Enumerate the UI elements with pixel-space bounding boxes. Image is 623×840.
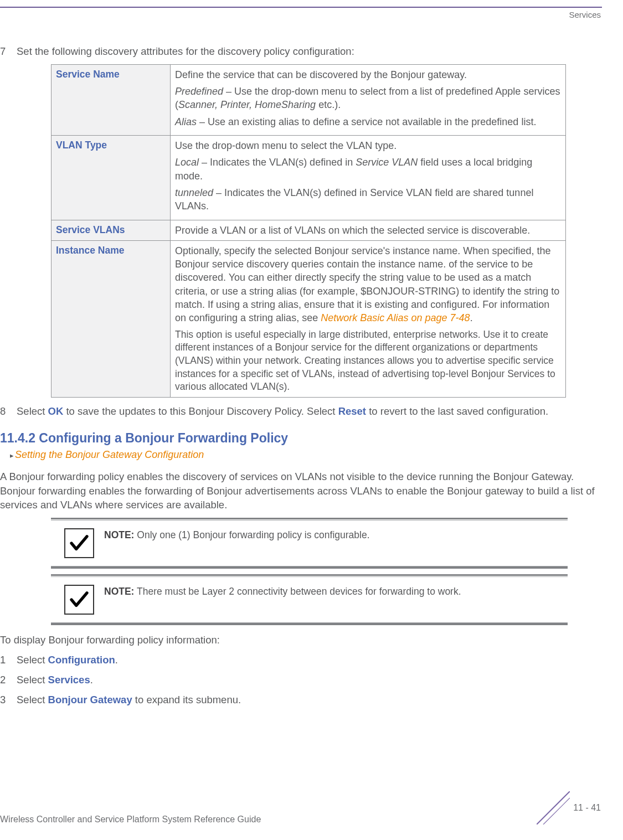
reset-ref: Reset bbox=[338, 405, 366, 417]
header-divider bbox=[0, 7, 602, 8]
desc-text: tunneled – Indicates the VLAN(s) defined… bbox=[175, 186, 561, 213]
step-number: 2 bbox=[0, 673, 17, 687]
footer-title: Wireless Controller and Service Platform… bbox=[0, 815, 261, 824]
desc-text: Alias – Use an existing alias to define … bbox=[175, 115, 561, 128]
check-icon bbox=[64, 528, 94, 558]
table-row: Service VLANs Provide a VLAN or a list o… bbox=[52, 220, 566, 240]
row-desc: Provide a VLAN or a list of VLANs on whi… bbox=[171, 220, 566, 240]
step-number: 3 bbox=[0, 693, 17, 707]
breadcrumb-link[interactable]: Setting the Bonjour Gateway Configuratio… bbox=[10, 449, 601, 461]
ok-ref: OK bbox=[48, 405, 64, 417]
step-8: 8 Select OK to save the updates to this … bbox=[0, 404, 601, 419]
table-row: VLAN Type Use the drop-down menu to sele… bbox=[52, 136, 566, 220]
row-label: Service VLANs bbox=[52, 220, 171, 240]
desc-text: Predefined – Use the drop-down menu to s… bbox=[175, 85, 561, 112]
cross-ref-link[interactable]: Network Basic Alias on page 7-48 bbox=[321, 312, 470, 323]
note-text: NOTE: There must be Layer 2 connectivity… bbox=[104, 585, 461, 597]
step-3: 3 Select Bonjour Gateway to expand its s… bbox=[0, 693, 601, 707]
step-text: Select OK to save the updates to this Bo… bbox=[17, 404, 601, 419]
table-row: Service Name Define the service that can… bbox=[52, 64, 566, 135]
note-box: NOTE: Only one (1) Bonjour forwarding po… bbox=[51, 518, 568, 569]
row-desc: Use the drop-down menu to select the VLA… bbox=[171, 136, 566, 220]
body-paragraph: A Bonjour forwarding policy enables the … bbox=[0, 470, 601, 513]
note-box: NOTE: There must be Layer 2 connectivity… bbox=[51, 574, 568, 625]
check-icon bbox=[64, 585, 94, 615]
body-paragraph: To display Bonjour forwarding policy inf… bbox=[0, 633, 601, 647]
page-footer: Wireless Controller and Service Platform… bbox=[0, 791, 601, 824]
row-desc: Optionally, specify the selected Bonjour… bbox=[171, 240, 566, 397]
table-row: Instance Name Optionally, specify the se… bbox=[52, 240, 566, 397]
step-text: Select Services. bbox=[17, 673, 601, 687]
step-text: Set the following discovery attributes f… bbox=[17, 44, 601, 59]
step-text: Select Configuration. bbox=[17, 653, 601, 667]
desc-text: Local – Indicates the VLAN(s) defined in… bbox=[175, 156, 561, 183]
desc-text: Use the drop-down menu to select the VLA… bbox=[175, 139, 561, 152]
corner-mark-icon bbox=[537, 791, 570, 824]
step-7: 7 Set the following discovery attributes… bbox=[0, 44, 601, 59]
step-text: Select Bonjour Gateway to expand its sub… bbox=[17, 693, 601, 707]
desc-text: This option is useful especially in larg… bbox=[175, 328, 561, 394]
desc-text: Define the service that can be discovere… bbox=[175, 68, 561, 81]
step-2: 2 Select Services. bbox=[0, 673, 601, 687]
section-heading: 11.4.2 Configuring a Bonjour Forwarding … bbox=[0, 431, 601, 446]
page-number: 11 - 41 bbox=[573, 803, 601, 813]
header-section: Services bbox=[569, 10, 601, 19]
desc-text: Provide a VLAN or a list of VLANs on whi… bbox=[175, 224, 561, 237]
row-label: Service Name bbox=[52, 64, 171, 135]
step-number: 8 bbox=[0, 404, 17, 419]
row-desc: Define the service that can be discovere… bbox=[171, 64, 566, 135]
attributes-table: Service Name Define the service that can… bbox=[51, 64, 566, 398]
step-number: 1 bbox=[0, 653, 17, 667]
row-label: Instance Name bbox=[52, 240, 171, 397]
note-text: NOTE: Only one (1) Bonjour forwarding po… bbox=[104, 528, 370, 541]
step-number: 7 bbox=[0, 44, 17, 59]
step-1: 1 Select Configuration. bbox=[0, 653, 601, 667]
row-label: VLAN Type bbox=[52, 136, 171, 220]
desc-text: Optionally, specify the selected Bonjour… bbox=[175, 244, 561, 325]
